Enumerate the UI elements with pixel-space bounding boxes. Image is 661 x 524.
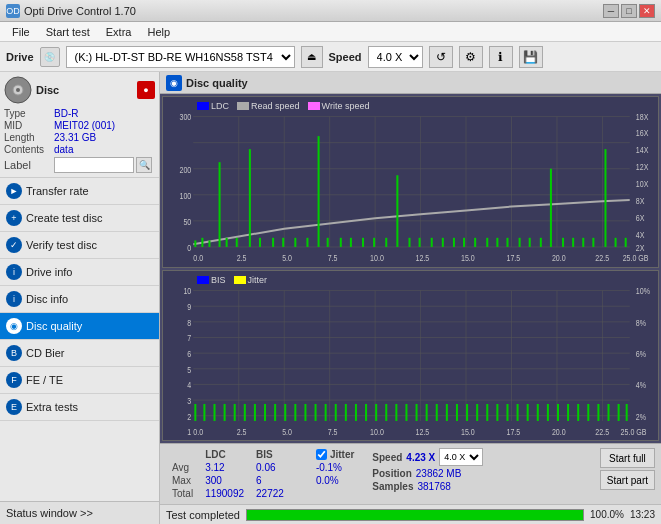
- svg-rect-134: [345, 403, 347, 420]
- close-button[interactable]: ✕: [639, 4, 655, 18]
- max-bis: 6: [250, 474, 290, 487]
- ldc-chart: LDC Read speed Write speed: [162, 96, 659, 268]
- status-window-button[interactable]: Status window >>: [0, 501, 159, 524]
- nav-fe-te[interactable]: F FE / TE: [0, 367, 159, 394]
- menu-help[interactable]: Help: [139, 24, 178, 40]
- svg-text:0: 0: [187, 243, 191, 253]
- svg-point-2: [16, 88, 20, 92]
- disc-label-input[interactable]: [54, 157, 134, 173]
- svg-rect-150: [506, 403, 508, 420]
- svg-rect-133: [335, 403, 337, 420]
- svg-text:10%: 10%: [636, 286, 650, 296]
- svg-text:6: 6: [187, 349, 191, 359]
- jitter-color: [234, 276, 246, 284]
- svg-rect-125: [254, 403, 256, 420]
- eject-button[interactable]: ⏏: [301, 46, 323, 68]
- col-bis: BIS: [250, 448, 290, 461]
- total-bis: 22722: [250, 487, 290, 500]
- svg-text:15.0: 15.0: [461, 253, 475, 263]
- drive-select[interactable]: (K:) HL-DT-ST BD-RE WH16NS58 TST4: [66, 46, 295, 68]
- svg-rect-52: [396, 175, 398, 247]
- svg-text:17.5: 17.5: [506, 427, 520, 437]
- speed-row-select[interactable]: 4.0 X: [439, 448, 483, 466]
- progress-time: 13:23: [630, 509, 655, 520]
- speed-row: Speed 4.23 X 4.0 X: [372, 448, 483, 466]
- jitter-col-label: Jitter: [330, 449, 354, 460]
- menu-file[interactable]: File: [4, 24, 38, 40]
- fe-te-icon: F: [6, 372, 22, 388]
- start-full-button[interactable]: Start full: [600, 448, 655, 468]
- menubar: File Start test Extra Help: [0, 22, 661, 42]
- svg-rect-38: [236, 238, 238, 247]
- svg-text:100: 100: [179, 191, 191, 201]
- samples-row: Samples 381768: [372, 481, 483, 492]
- nav-cd-bier[interactable]: B CD Bier: [0, 340, 159, 367]
- drive-info-icon: i: [6, 264, 22, 280]
- nav-create-test-disc[interactable]: + Create test disc: [0, 205, 159, 232]
- status-text: Test completed: [166, 509, 240, 521]
- svg-rect-36: [219, 162, 221, 247]
- window-controls: ─ □ ✕: [603, 4, 655, 18]
- label-search-button[interactable]: 🔍: [136, 157, 152, 173]
- app-icon: OD: [6, 4, 20, 18]
- settings-button[interactable]: ⚙: [459, 46, 483, 68]
- ldc-color: [197, 102, 209, 110]
- svg-text:7: 7: [187, 333, 191, 343]
- maximize-button[interactable]: □: [621, 4, 637, 18]
- svg-text:2%: 2%: [636, 411, 646, 421]
- samples-value: 381768: [417, 481, 450, 492]
- svg-rect-119: [194, 403, 196, 420]
- disc-info-icon: i: [6, 291, 22, 307]
- svg-rect-124: [244, 403, 246, 420]
- disc-rec-icon: ●: [137, 81, 155, 99]
- info-button[interactable]: ℹ: [489, 46, 513, 68]
- svg-text:9: 9: [187, 302, 191, 312]
- svg-text:300: 300: [179, 113, 191, 123]
- refresh-button[interactable]: ↺: [429, 46, 453, 68]
- menu-start-test[interactable]: Start test: [38, 24, 98, 40]
- avg-jitter: -0.1%: [310, 461, 360, 474]
- disc-length-row: Length 23.31 GB: [4, 132, 155, 143]
- svg-rect-162: [626, 403, 628, 420]
- start-part-button[interactable]: Start part: [600, 470, 655, 490]
- speed-select[interactable]: 4.0 X: [368, 46, 423, 68]
- nav-drive-info[interactable]: i Drive info: [0, 259, 159, 286]
- disc-section-title: Disc: [36, 84, 59, 96]
- nav-verify-test-disc[interactable]: ✓ Verify test disc: [0, 232, 159, 259]
- svg-rect-48: [350, 238, 352, 247]
- minimize-button[interactable]: ─: [603, 4, 619, 18]
- svg-rect-130: [304, 403, 306, 420]
- svg-rect-85: [163, 271, 658, 441]
- drive-label: Drive: [6, 51, 34, 63]
- disc-mid-row: MID MEIT02 (001): [4, 120, 155, 131]
- svg-text:5: 5: [187, 364, 191, 374]
- nav-extra-tests[interactable]: E Extra tests: [0, 394, 159, 421]
- nav-disc-quality[interactable]: ◉ Disc quality: [0, 313, 159, 340]
- svg-rect-54: [419, 238, 421, 247]
- ldc-chart-svg: 300 200 100 50 0 18X 16X 14X 12X 10X 8X …: [163, 97, 658, 267]
- menu-extra[interactable]: Extra: [98, 24, 140, 40]
- position-label: Position: [372, 468, 411, 479]
- svg-rect-122: [224, 403, 226, 420]
- svg-rect-143: [436, 403, 438, 420]
- nav-disc-info[interactable]: i Disc info: [0, 286, 159, 313]
- bis-chart: BIS Jitter: [162, 270, 659, 442]
- svg-text:5.0: 5.0: [282, 253, 292, 263]
- read-speed-color: [237, 102, 249, 110]
- svg-rect-39: [249, 149, 251, 247]
- jitter-checkbox[interactable]: [316, 449, 327, 460]
- disc-type-label: Type: [4, 108, 52, 119]
- save-button[interactable]: 💾: [519, 46, 543, 68]
- svg-rect-137: [375, 403, 377, 420]
- status-window-label: Status window >>: [6, 507, 93, 519]
- svg-rect-149: [496, 403, 498, 420]
- disc-length-label: Length: [4, 132, 52, 143]
- svg-rect-148: [486, 403, 488, 420]
- svg-rect-61: [496, 238, 498, 247]
- ldc-legend: LDC Read speed Write speed: [193, 99, 373, 113]
- disc-icon: [4, 76, 32, 104]
- nav-transfer-rate[interactable]: ► Transfer rate: [0, 178, 159, 205]
- write-speed-color: [308, 102, 320, 110]
- svg-text:2: 2: [187, 411, 191, 421]
- transfer-rate-icon: ►: [6, 183, 22, 199]
